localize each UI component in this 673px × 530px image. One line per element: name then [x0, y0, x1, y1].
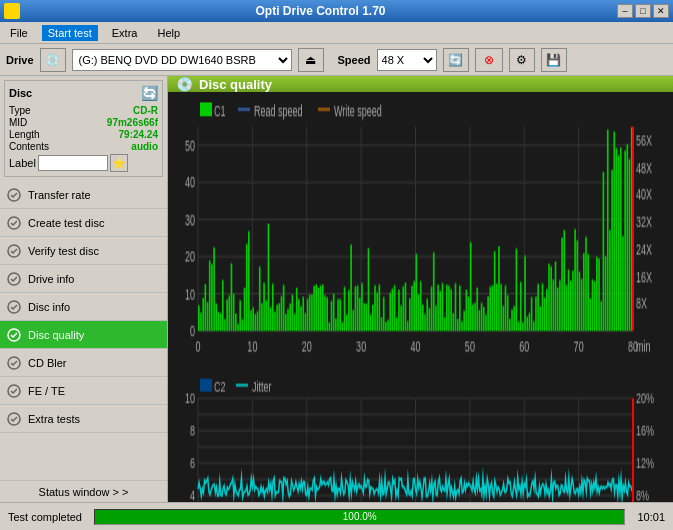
eject-button[interactable]: ⏏	[298, 48, 324, 72]
sidebar-item-fe-te[interactable]: FE / TE	[0, 377, 167, 405]
time-text: 10:01	[629, 509, 673, 525]
title-bar-title: Opti Drive Control 1.70	[24, 4, 617, 18]
disc-mid-label: MID	[9, 117, 27, 128]
c2-jitter-chart	[168, 369, 673, 502]
disc-length-row: Length 79:24.24	[9, 129, 158, 140]
sidebar-item-disc-info[interactable]: Disc info	[0, 293, 167, 321]
content-area: 💿 Disc quality C1 C2 Speed 8.00 X	[168, 76, 673, 502]
drive-bar: Drive 💿 (G:) BENQ DVD DD DW1640 BSRB ⏏ S…	[0, 44, 673, 76]
sidebar-item-drive-info[interactable]: Drive info	[0, 265, 167, 293]
disc-type-label: Type	[9, 105, 31, 116]
progress-bar: 100.0%	[95, 510, 624, 524]
sidebar-item-extra-tests[interactable]: Extra tests	[0, 405, 167, 433]
disc-header: Disc 🔄	[9, 85, 158, 101]
sidebar-item-cd-bler[interactable]: CD Bler	[0, 349, 167, 377]
disc-section-title: Disc	[9, 87, 32, 99]
progress-text: 100.0%	[95, 511, 624, 522]
drive-icon-btn[interactable]: 💿	[40, 48, 66, 72]
disc-refresh-icon[interactable]: 🔄	[141, 85, 158, 101]
settings-button[interactable]: ⚙	[509, 48, 535, 72]
fe-te-icon	[6, 383, 22, 399]
app-icon	[4, 3, 20, 19]
progress-container: 100.0%	[94, 509, 625, 525]
drive-info-icon	[6, 271, 22, 287]
minimize-button[interactable]: –	[617, 4, 633, 18]
sidebar-item-create-test-disc[interactable]: Create test disc	[0, 209, 167, 237]
status-window-button[interactable]: Status window > >	[0, 480, 167, 502]
maximize-button[interactable]: □	[635, 4, 651, 18]
sidebar-item-transfer-rate[interactable]: Transfer rate	[0, 181, 167, 209]
disc-type-row: Type CD-R	[9, 105, 158, 116]
disc-length-value: 79:24.24	[119, 129, 158, 140]
disc-contents-row: Contents audio	[9, 141, 158, 152]
menu-bar: File Start test Extra Help	[0, 22, 673, 44]
disc-contents-value: audio	[131, 141, 158, 152]
disc-contents-label: Contents	[9, 141, 49, 152]
create-test-disc-icon	[6, 215, 22, 231]
disc-info-icon	[6, 299, 22, 315]
refresh-button[interactable]: 🔄	[443, 48, 469, 72]
disc-mid-row: MID 97m26s66f	[9, 117, 158, 128]
c1-chart	[168, 92, 673, 369]
disc-quality-title: Disc quality	[199, 77, 272, 92]
disc-quality-header: 💿 Disc quality	[168, 76, 673, 92]
title-bar-controls: – □ ✕	[617, 4, 669, 18]
disc-label-key: Label	[9, 157, 36, 169]
disc-action-btn[interactable]: ⊗	[475, 48, 503, 72]
sidebar-item-verify-test-disc[interactable]: Verify test disc	[0, 237, 167, 265]
bottom-bar: Test completed 100.0% 10:01	[0, 502, 673, 530]
transfer-rate-icon	[6, 187, 22, 203]
disc-label-input[interactable]	[38, 155, 108, 171]
sidebar-item-disc-quality[interactable]: Disc quality	[0, 321, 167, 349]
drive-select[interactable]: (G:) BENQ DVD DD DW1640 BSRB	[72, 49, 292, 71]
title-bar: Opti Drive Control 1.70 – □ ✕	[0, 0, 673, 22]
disc-quality-header-icon: 💿	[176, 76, 193, 92]
disc-label-row: Label ⭐	[9, 154, 158, 172]
save-button[interactable]: 💾	[541, 48, 567, 72]
verify-test-disc-icon	[6, 243, 22, 259]
disc-mid-value: 97m26s66f	[107, 117, 158, 128]
menu-extra[interactable]: Extra	[106, 25, 144, 41]
charts-area	[168, 92, 673, 502]
disc-type-value: CD-R	[133, 105, 158, 116]
menu-file[interactable]: File	[4, 25, 34, 41]
title-bar-left	[4, 3, 24, 19]
main-layout: Disc 🔄 Type CD-R MID 97m26s66f Length 79…	[0, 76, 673, 502]
disc-label-icon-btn[interactable]: ⭐	[110, 154, 128, 172]
disc-quality-icon	[6, 327, 22, 343]
disc-length-label: Length	[9, 129, 40, 140]
menu-help[interactable]: Help	[151, 25, 186, 41]
speed-label: Speed	[338, 54, 371, 66]
menu-start-test[interactable]: Start test	[42, 25, 98, 41]
sidebar: Disc 🔄 Type CD-R MID 97m26s66f Length 79…	[0, 76, 168, 502]
close-button[interactable]: ✕	[653, 4, 669, 18]
drive-label: Drive	[6, 54, 34, 66]
disc-section: Disc 🔄 Type CD-R MID 97m26s66f Length 79…	[4, 80, 163, 177]
speed-select[interactable]: 48 X	[377, 49, 437, 71]
extra-tests-icon	[6, 411, 22, 427]
cd-bler-icon	[6, 355, 22, 371]
status-text: Test completed	[0, 509, 90, 525]
